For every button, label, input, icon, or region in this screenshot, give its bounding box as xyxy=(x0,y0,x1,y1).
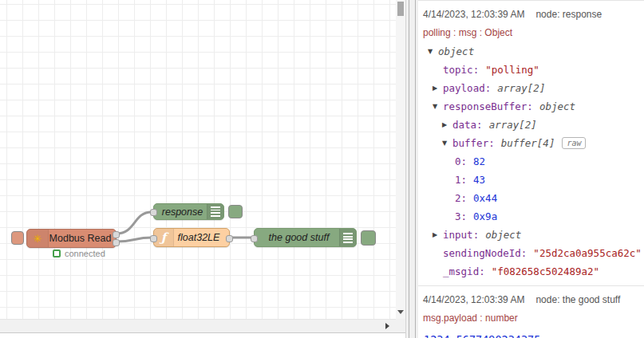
expand-arrow-icon[interactable]: ▶ xyxy=(442,121,452,128)
debug-tree-row: 2:0x44 xyxy=(418,189,644,207)
debug-meta: msg.payload : number xyxy=(418,309,644,328)
node-label: response xyxy=(157,204,207,219)
debug-timestamp: 4/14/2023, 12:03:39 AM xyxy=(423,9,524,20)
node-label: the good stuff xyxy=(258,229,340,246)
debug-tree-row: ▼object xyxy=(418,42,644,61)
object-key: data: xyxy=(452,119,483,131)
raw-button[interactable]: raw xyxy=(562,137,586,149)
scrollbar-thumb[interactable] xyxy=(397,2,404,16)
debug-tree-row: _msgid:"f082658c502489a2" xyxy=(418,262,644,281)
object-value: 43 xyxy=(473,174,485,186)
debug-tree-row: ▼responseBuffer:object xyxy=(418,97,644,116)
expand-arrow-icon[interactable]: ▼ xyxy=(428,48,438,55)
debug-panel: 4/14/2023, 12:03:39 AMnode: responsepoll… xyxy=(418,0,644,338)
scroll-right-arrow-icon[interactable] xyxy=(385,323,389,329)
sidebar-resize-handle[interactable] xyxy=(409,0,416,338)
debug-node-label: node: response xyxy=(535,9,602,20)
object-value: "polling" xyxy=(485,64,539,76)
object-key: 1: xyxy=(455,174,467,186)
modbus-icon: ✳ xyxy=(27,230,49,247)
status-label: connected xyxy=(65,249,105,258)
debug-meta: polling : msg : Object xyxy=(418,23,644,42)
object-value: "25d2ca0a955ca62c" xyxy=(533,247,641,259)
scroll-down-arrow-icon[interactable] xyxy=(397,310,404,314)
scrollbar-corner xyxy=(396,319,405,332)
wire-modbus-to-response[interactable] xyxy=(117,212,152,234)
object-value: object xyxy=(539,100,575,112)
object-value: buffer[4] xyxy=(501,137,555,149)
debug-messages-icon xyxy=(207,204,223,219)
object-key: sendingNodeId: xyxy=(443,247,527,259)
node-the-good-stuff[interactable]: the good stuff xyxy=(254,228,357,247)
canvas-vertical-scrollbar[interactable] xyxy=(396,0,405,319)
object-key: input: xyxy=(443,229,479,241)
modbus-node-button[interactable] xyxy=(11,231,24,245)
debug-payload-value: 1234.5677490234375 xyxy=(418,328,644,338)
debug-tree-row: ▶input:object xyxy=(418,226,644,244)
canvas-horizontal-scrollbar[interactable] xyxy=(0,319,396,332)
debug-toggle-button-goodstuff[interactable] xyxy=(361,230,376,246)
object-key: _msgid: xyxy=(443,265,485,277)
object-key: buffer: xyxy=(452,137,495,149)
object-value: 0x44 xyxy=(473,192,497,204)
expand-arrow-icon[interactable]: ▶ xyxy=(433,231,443,238)
object-value: 0x9a xyxy=(473,210,497,222)
node-status: connected xyxy=(53,249,105,258)
object-value: 82 xyxy=(473,155,485,167)
node-modbus-read[interactable]: ✳ Modbus Read xyxy=(26,229,117,248)
debug-messages-icon xyxy=(339,229,356,246)
debug-entry: 4/14/2023, 12:03:39 AMnode: the good stu… xyxy=(418,286,644,338)
object-value: array[2] xyxy=(497,82,545,94)
wire-modbus-to-float32le[interactable] xyxy=(117,238,152,242)
object-value: "f082658c502489a2" xyxy=(492,265,599,277)
object-key: payload: xyxy=(443,82,491,94)
object-key: 2: xyxy=(455,192,467,204)
wires-layer xyxy=(0,0,396,319)
input-port[interactable] xyxy=(150,235,157,242)
canvas-bottom-edge xyxy=(0,332,405,338)
output-port[interactable] xyxy=(226,235,233,242)
debug-tree-row: sendingNodeId:"25d2ca0a955ca62c" xyxy=(418,244,644,262)
object-value: object xyxy=(485,229,521,241)
expand-arrow-icon[interactable]: ▼ xyxy=(433,103,443,110)
status-connected-icon xyxy=(53,250,61,257)
output-port-1[interactable] xyxy=(113,231,120,238)
node-label: Modbus Read xyxy=(48,230,113,247)
input-port[interactable] xyxy=(251,235,258,242)
input-port[interactable] xyxy=(150,209,157,216)
debug-tree-row: 3:0x9a xyxy=(418,207,644,226)
expand-arrow-icon[interactable]: ▶ xyxy=(433,84,443,92)
flow-canvas[interactable]: ✳ Modbus Read connected response ƒ float… xyxy=(0,0,396,319)
object-value: object xyxy=(438,45,474,57)
object-key: topic: xyxy=(443,64,479,76)
debug-tree-row: ▼buffer:buffer[4]raw xyxy=(418,134,644,152)
debug-entry-header: 4/14/2023, 12:03:39 AMnode: the good stu… xyxy=(418,288,644,309)
debug-node-label: node: the good stuff xyxy=(535,294,620,305)
object-key: 0: xyxy=(455,155,467,167)
node-response[interactable]: response xyxy=(153,203,224,220)
sidebar-separator[interactable] xyxy=(405,0,418,338)
debug-tree-row: ▶payload:array[2] xyxy=(418,79,644,97)
debug-entry-header: 4/14/2023, 12:03:39 AMnode: response xyxy=(418,2,644,23)
node-float32le[interactable]: ƒ float32LE xyxy=(153,228,230,247)
output-port-2[interactable] xyxy=(113,239,120,246)
node-label: float32LE xyxy=(173,229,224,246)
object-key: 3: xyxy=(455,210,467,222)
debug-tree-row: 0:82 xyxy=(418,152,644,171)
debug-entry: 4/14/2023, 12:03:39 AMnode: responsepoll… xyxy=(418,0,644,286)
debug-timestamp: 4/14/2023, 12:03:39 AM xyxy=(423,294,524,305)
debug-tree-row: ▶data:array[2] xyxy=(418,116,644,134)
debug-tree-row: 1:43 xyxy=(418,171,644,189)
debug-toggle-button-response[interactable] xyxy=(228,205,243,218)
object-value: array[2] xyxy=(489,119,537,131)
object-key: responseBuffer: xyxy=(443,100,533,112)
debug-tree-row: topic:"polling" xyxy=(418,61,644,79)
expand-arrow-icon[interactable]: ▼ xyxy=(442,140,452,147)
